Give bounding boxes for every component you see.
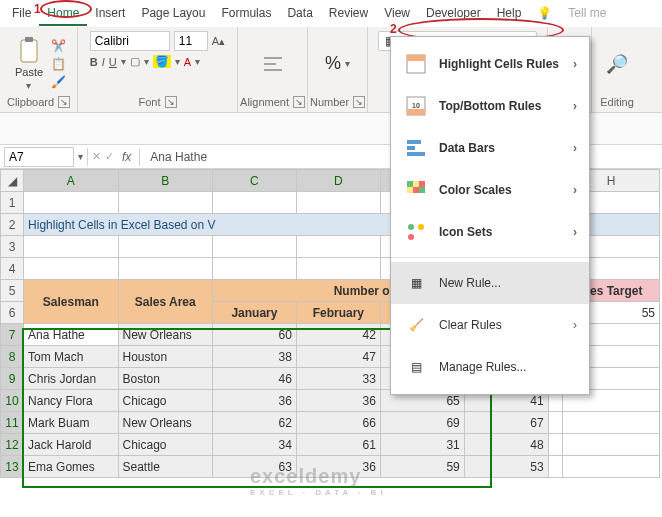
cell[interactable] <box>563 412 660 434</box>
row-header[interactable]: 5 <box>1 280 24 302</box>
chevron-down-icon[interactable]: ▾ <box>78 151 83 162</box>
bold-button[interactable]: B <box>90 56 98 68</box>
row-header[interactable]: 9 <box>1 368 24 390</box>
row-header[interactable]: 12 <box>1 434 24 456</box>
cell[interactable]: Houston <box>118 346 212 368</box>
cell[interactable]: 34 <box>212 434 296 456</box>
dialog-launcher-icon[interactable]: ↘ <box>353 96 365 108</box>
cell[interactable]: 67 <box>464 412 548 434</box>
col-header-D[interactable]: D <box>296 170 380 192</box>
tab-developer[interactable]: Developer <box>418 2 489 26</box>
cell[interactable]: Chicago <box>118 390 212 412</box>
row-header[interactable]: 6 <box>1 302 24 324</box>
font-color-button[interactable]: A <box>184 56 191 68</box>
row-header[interactable]: 13 <box>1 456 24 478</box>
tab-data[interactable]: Data <box>279 2 320 26</box>
cell[interactable]: Mark Buam <box>24 412 118 434</box>
tab-insert[interactable]: Insert <box>87 2 133 26</box>
cell[interactable] <box>563 434 660 456</box>
paste-button[interactable]: Paste ▾ <box>11 34 47 93</box>
header-area[interactable]: Sales Area <box>118 280 212 324</box>
cell[interactable]: Ema Gomes <box>24 456 118 478</box>
menu-icon-sets[interactable]: Icon Sets› <box>391 211 589 253</box>
tab-help[interactable]: Help <box>489 2 530 26</box>
format-painter-icon[interactable]: 🖌️ <box>51 75 66 89</box>
header-salesman[interactable]: Salesman <box>24 280 118 324</box>
cell[interactable]: Seattle <box>118 456 212 478</box>
enter-icon[interactable]: ✓ <box>101 150 118 163</box>
row-header[interactable]: 7 <box>1 324 24 346</box>
cell[interactable]: Nancy Flora <box>24 390 118 412</box>
cell[interactable]: 62 <box>212 412 296 434</box>
header-jan[interactable]: January <box>212 302 296 324</box>
cell[interactable]: 60 <box>212 324 296 346</box>
tab-page-layout[interactable]: Page Layou <box>133 2 213 26</box>
border-button[interactable]: ▢ <box>130 55 140 68</box>
cancel-icon[interactable]: ✕ <box>92 150 101 163</box>
row-header[interactable]: 8 <box>1 346 24 368</box>
menu-highlight-cells[interactable]: Highlight Cells Rules› <box>391 43 589 85</box>
tab-home[interactable]: Home <box>39 2 87 26</box>
italic-button[interactable]: I <box>102 56 105 68</box>
tab-view[interactable]: View <box>376 2 418 26</box>
tab-review[interactable]: Review <box>321 2 376 26</box>
cell[interactable]: 59 <box>380 456 464 478</box>
menu-manage-rules[interactable]: ▤ Manage Rules... <box>391 346 589 388</box>
cell[interactable]: 31 <box>380 434 464 456</box>
col-header-A[interactable]: A <box>24 170 118 192</box>
cell[interactable] <box>548 456 563 478</box>
cell[interactable]: New Orleans <box>118 412 212 434</box>
font-size-combo[interactable] <box>174 31 208 51</box>
fill-color-button[interactable]: 🪣 <box>153 55 171 68</box>
cell[interactable]: 48 <box>464 434 548 456</box>
cell[interactable] <box>563 456 660 478</box>
cell[interactable]: 36 <box>296 390 380 412</box>
dialog-launcher-icon[interactable]: ↘ <box>165 96 177 108</box>
copy-icon[interactable]: 📋 <box>51 57 66 71</box>
cell[interactable]: 46 <box>212 368 296 390</box>
cell[interactable]: 66 <box>296 412 380 434</box>
menu-color-scales[interactable]: Color Scales› <box>391 169 589 211</box>
name-box[interactable] <box>4 147 74 167</box>
col-header-C[interactable]: C <box>212 170 296 192</box>
cell[interactable]: Ana Hathe <box>24 324 118 346</box>
font-name-combo[interactable] <box>90 31 170 51</box>
cell[interactable]: Chris Jordan <box>24 368 118 390</box>
cell[interactable]: 63 <box>212 456 296 478</box>
tab-tell-me[interactable]: Tell me <box>560 2 614 26</box>
cell[interactable]: New Orleans <box>118 324 212 346</box>
row-header[interactable]: 1 <box>1 192 24 214</box>
align-icon[interactable] <box>261 52 285 76</box>
menu-data-bars[interactable]: Data Bars› <box>391 127 589 169</box>
menu-top-bottom[interactable]: 10 Top/Bottom Rules› <box>391 85 589 127</box>
dialog-launcher-icon[interactable]: ↘ <box>293 96 305 108</box>
percent-button[interactable]: % <box>325 53 341 74</box>
cell[interactable] <box>548 412 563 434</box>
fx-icon[interactable]: fx <box>118 150 135 164</box>
row-header[interactable]: 2 <box>1 214 24 236</box>
cell[interactable]: Chicago <box>118 434 212 456</box>
cell[interactable]: 36 <box>296 456 380 478</box>
tab-formulas[interactable]: Formulas <box>213 2 279 26</box>
cell[interactable]: Tom Mach <box>24 346 118 368</box>
cell[interactable]: 53 <box>464 456 548 478</box>
row-header[interactable]: 3 <box>1 236 24 258</box>
cell[interactable]: 33 <box>296 368 380 390</box>
increase-font-icon[interactable]: A▴ <box>212 35 225 48</box>
cell[interactable]: Jack Harold <box>24 434 118 456</box>
cell[interactable]: 47 <box>296 346 380 368</box>
cut-icon[interactable]: ✂️ <box>51 39 66 53</box>
cell[interactable]: 38 <box>212 346 296 368</box>
row-header[interactable]: 4 <box>1 258 24 280</box>
cell[interactable]: Boston <box>118 368 212 390</box>
header-feb[interactable]: February <box>296 302 380 324</box>
cell[interactable]: 36 <box>212 390 296 412</box>
col-header-B[interactable]: B <box>118 170 212 192</box>
row-header[interactable]: 10 <box>1 390 24 412</box>
menu-new-rule[interactable]: ▦ New Rule... <box>391 262 589 304</box>
cell[interactable] <box>548 434 563 456</box>
row-header[interactable]: 11 <box>1 412 24 434</box>
dialog-launcher-icon[interactable]: ↘ <box>58 96 70 108</box>
underline-button[interactable]: U <box>109 56 117 68</box>
cell[interactable]: 61 <box>296 434 380 456</box>
